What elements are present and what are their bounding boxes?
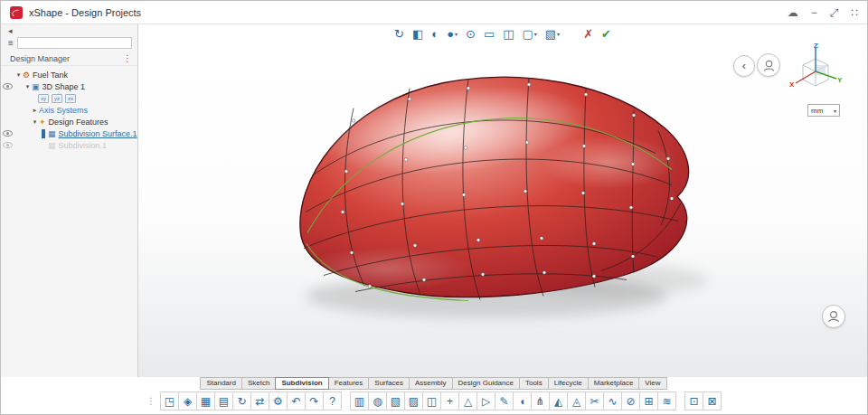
chevron-down-icon[interactable]: ▾ bbox=[534, 32, 537, 37]
ok-icon[interactable]: ✔ bbox=[601, 28, 611, 40]
caret-down-icon[interactable]: ▾ bbox=[14, 71, 23, 79]
primitive-box-icon[interactable]: ▧ bbox=[386, 391, 405, 410]
axis-system-icon[interactable]: + bbox=[440, 391, 459, 410]
visibility-eye-icon[interactable] bbox=[3, 130, 13, 137]
collapse-hud-button[interactable]: ‹ bbox=[733, 55, 755, 77]
ambience-icon[interactable]: ◐ bbox=[431, 28, 439, 40]
section-icon[interactable]: ◫ bbox=[503, 28, 514, 40]
tree-item-fuel-tank[interactable]: ▾ ⚙ Fuel Tank bbox=[1, 69, 137, 80]
bottom-toolbar: ⋮ ◳◈▦▤↻⇄⚙↶↷? ▥◍▧▨◫+△▷✎◖⋔◭◬✂∿⊘⊞≋ ⊡⊠ bbox=[1, 391, 867, 410]
redo-icon[interactable]: ↷ bbox=[305, 391, 324, 410]
save-icon[interactable]: ▦ bbox=[196, 391, 215, 410]
mesh-cube-icon[interactable]: ⊠ bbox=[703, 391, 722, 410]
update-icon[interactable]: ↻ bbox=[394, 28, 404, 40]
tab-features[interactable]: Features bbox=[328, 377, 370, 390]
subdivision-surface-model[interactable] bbox=[138, 24, 867, 377]
tree-item-design-features[interactable]: ▾ ✦ Design Features bbox=[1, 116, 137, 127]
caret-down-icon[interactable]: ▾ bbox=[24, 83, 32, 90]
tab-standard[interactable]: Standard bbox=[200, 377, 241, 390]
cloud-icon[interactable]: ☁ bbox=[788, 7, 798, 18]
kebab-menu-icon[interactable]: ⋮ bbox=[123, 53, 132, 63]
tree-view-icon[interactable]: ≡ bbox=[8, 38, 14, 48]
image-support-icon[interactable]: ▨ bbox=[404, 391, 423, 410]
loft-icon[interactable]: ▷ bbox=[476, 391, 495, 410]
shape-icon: ▣ bbox=[32, 82, 40, 91]
extrude-icon[interactable]: ⊞ bbox=[639, 391, 658, 410]
help-assistant-button[interactable] bbox=[822, 305, 845, 328]
view-mode-icon[interactable]: ▧▾ bbox=[545, 28, 560, 40]
plane-yz-icon[interactable]: yz bbox=[52, 94, 62, 103]
primitive-sphere-icon[interactable]: ◍ bbox=[368, 391, 387, 410]
render-style-icon[interactable]: ●▾ bbox=[447, 28, 458, 40]
subdivision-surface-icon: ▦ bbox=[48, 129, 56, 138]
sweep-icon[interactable]: ≋ bbox=[657, 391, 676, 410]
transfer-icon[interactable]: ⇄ bbox=[250, 391, 269, 410]
apps-grid-icon[interactable]: ∷ bbox=[851, 7, 858, 18]
fullscreen-icon[interactable]: ⤢ bbox=[830, 7, 839, 18]
title-bar: xShape - Design Projects ☁ − ⤢ ∷ bbox=[1, 1, 867, 24]
capture-icon[interactable]: ▭ bbox=[484, 28, 495, 40]
scissors-icon[interactable]: ✂ bbox=[585, 391, 604, 410]
print-icon[interactable]: ▤ bbox=[214, 391, 233, 410]
settings-icon[interactable]: ⚙ bbox=[269, 391, 288, 410]
tab-subdivision[interactable]: Subdivision bbox=[275, 377, 328, 390]
tab-design-guidance[interactable]: Design Guidance bbox=[452, 377, 520, 390]
chevron-down-icon[interactable]: ▾ bbox=[455, 32, 458, 37]
toolbar-drag-handle[interactable]: ⋮ bbox=[146, 396, 156, 406]
units-dropdown[interactable]: mm ▾ bbox=[807, 104, 840, 117]
tree-item-subdivision-inactive[interactable]: ▦ Subdivision.1 bbox=[1, 139, 137, 151]
split-icon[interactable]: ⋔ bbox=[531, 391, 550, 410]
sketch-icon[interactable]: ✎ bbox=[495, 391, 514, 410]
view-tools-group: ⊡⊠ bbox=[685, 391, 722, 410]
cone-icon[interactable]: △ bbox=[458, 391, 477, 410]
share-icon[interactable]: ◳ bbox=[160, 391, 179, 410]
marquee-icon[interactable]: ▢▾ bbox=[523, 28, 537, 40]
tree-item-label: Design Features bbox=[49, 118, 108, 127]
tree-item-axis-systems[interactable]: ▸ Axis Systems bbox=[1, 104, 137, 116]
assistant-button[interactable] bbox=[757, 53, 780, 77]
visibility-eye-icon[interactable] bbox=[3, 142, 13, 148]
axis-triad[interactable]: Z X Y bbox=[788, 42, 844, 102]
model-tree: ▾ ⚙ Fuel Tank ▾ ▣ 3D Shape 1 xy yz zx bbox=[1, 66, 137, 151]
frame-icon[interactable]: ◫ bbox=[422, 391, 441, 410]
assistant-icon bbox=[762, 59, 776, 72]
undo-icon[interactable]: ↶ bbox=[287, 391, 306, 410]
annotation-icon[interactable]: ◖ bbox=[513, 391, 532, 410]
trim-icon[interactable]: ⊘ bbox=[621, 391, 640, 410]
plane-zx-icon[interactable]: zx bbox=[65, 94, 76, 103]
assistant-head-icon bbox=[826, 309, 841, 324]
subdivision-cube-icon[interactable]: ⊡ bbox=[684, 391, 703, 410]
visibility-eye-icon[interactable] bbox=[3, 83, 13, 90]
tree-item-subdivision-surface[interactable]: ▦ Subdivision Surface.1 bbox=[1, 127, 137, 139]
tab-surfaces[interactable]: Surfaces bbox=[368, 377, 410, 390]
caret-right-icon[interactable]: ▸ bbox=[31, 107, 39, 114]
tab-sketch[interactable]: Sketch bbox=[241, 377, 276, 390]
tab-assembly[interactable]: Assembly bbox=[409, 377, 453, 390]
minimize-icon[interactable]: − bbox=[811, 7, 817, 18]
tab-lifecycle[interactable]: Lifecycle bbox=[548, 377, 589, 390]
chevron-down-icon[interactable]: ▾ bbox=[557, 32, 560, 37]
catalog-icon[interactable]: ▥ bbox=[350, 391, 369, 410]
tab-view[interactable]: View bbox=[638, 377, 666, 390]
app-window: xShape - Design Projects ☁ − ⤢ ∷ ◂ ≡ Des… bbox=[0, 0, 868, 415]
material-view-icon[interactable]: ◧ bbox=[412, 28, 423, 40]
tree-item-label: Subdivision.1 bbox=[59, 141, 108, 150]
collapse-panel-icon[interactable]: ◂ bbox=[8, 26, 13, 35]
search-input[interactable] bbox=[17, 37, 132, 49]
design-manager-panel: ◂ ≡ Design Manager ⋮ ▾ ⚙ Fuel Tank bbox=[1, 24, 138, 377]
plane-xy-icon[interactable]: xy bbox=[38, 94, 49, 103]
update-icon[interactable]: ↻ bbox=[232, 391, 251, 410]
panel-title: Design Manager bbox=[10, 54, 70, 63]
spline-icon[interactable]: ∿ bbox=[603, 391, 622, 410]
cancel-icon[interactable]: ✗ bbox=[583, 28, 593, 40]
help-icon[interactable]: ? bbox=[323, 391, 342, 410]
tab-tools[interactable]: Tools bbox=[519, 377, 549, 390]
prism-icon[interactable]: ◭ bbox=[549, 391, 568, 410]
caret-down-icon[interactable]: ▾ bbox=[31, 118, 39, 126]
content-icon[interactable]: ◈ bbox=[178, 391, 197, 410]
tab-marketplace[interactable]: Marketplace bbox=[588, 377, 640, 390]
viewport[interactable]: ↻ ◧ ◐ ●▾ ⊙ ▭ ◫ ▢▾ ▧▾ ✗ ✔ ‹ bbox=[138, 24, 867, 377]
tree-item-3d-shape[interactable]: ▾ ▣ 3D Shape 1 bbox=[1, 80, 137, 92]
magnify-icon[interactable]: ⊙ bbox=[466, 28, 476, 40]
rotate-body-icon[interactable]: ◬ bbox=[567, 391, 586, 410]
